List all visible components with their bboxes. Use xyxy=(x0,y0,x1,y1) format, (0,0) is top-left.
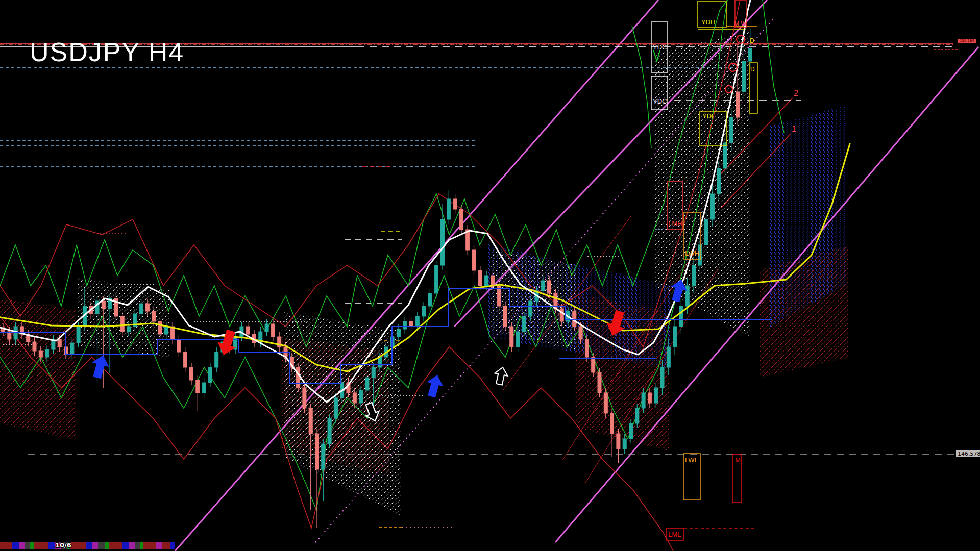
candle-body xyxy=(145,304,149,311)
candle-body xyxy=(548,281,551,293)
timeline-block xyxy=(19,542,25,549)
candle-body xyxy=(453,199,457,209)
candle-body xyxy=(415,316,419,327)
candle-body xyxy=(654,388,658,403)
m-label: M xyxy=(735,456,741,464)
candle-body xyxy=(541,281,545,291)
zigzag-green-right-2 xyxy=(763,0,784,133)
candle-body xyxy=(183,352,187,367)
candle-body xyxy=(723,143,727,168)
timeline-block xyxy=(170,542,175,549)
candle-body xyxy=(297,367,300,388)
candle-body xyxy=(409,321,413,327)
timeline-block xyxy=(48,542,55,549)
candle-body xyxy=(485,276,488,286)
candle-body xyxy=(660,367,664,388)
price-badge-resistance: 150.164 xyxy=(958,39,976,43)
candle-body xyxy=(328,418,331,444)
candle-body xyxy=(635,408,639,423)
timeline-block xyxy=(140,542,143,549)
candle-body xyxy=(604,393,607,413)
candle-body xyxy=(265,324,268,332)
date-label: 10/6 xyxy=(55,541,71,549)
timeline-block xyxy=(109,542,122,549)
candle-body xyxy=(510,327,513,347)
timeline-block xyxy=(30,542,34,549)
candle-body xyxy=(190,367,193,380)
candle-body xyxy=(472,250,476,270)
white-up-arrow xyxy=(493,366,509,386)
candle-body xyxy=(598,372,601,393)
price-badge-current: 146.578 xyxy=(956,450,980,457)
candle-body xyxy=(271,324,275,337)
annotation-text: D xyxy=(750,66,755,73)
candle-body xyxy=(692,265,696,286)
annotation-text: 1 xyxy=(792,124,796,133)
candle-body xyxy=(428,293,432,306)
candle-body xyxy=(39,351,42,357)
candle-body xyxy=(45,349,49,357)
candle-body xyxy=(685,286,689,306)
candle-body xyxy=(158,321,162,334)
candle-body xyxy=(77,327,80,343)
candle-body xyxy=(315,434,319,469)
candle-body xyxy=(177,339,181,352)
candle-body xyxy=(629,423,633,439)
timeline-block xyxy=(156,542,162,549)
timeline-block xyxy=(92,542,98,549)
candle-body xyxy=(196,380,200,393)
candle-body xyxy=(120,316,124,332)
lml-label: LML xyxy=(668,531,681,538)
candle-body xyxy=(246,327,250,334)
candle-body xyxy=(353,393,356,403)
candle-body xyxy=(459,209,463,230)
annotation-text: 2 xyxy=(794,89,798,97)
candle-body xyxy=(642,393,645,408)
chart-window: YDHYDCYDCYDLLMHLWHLWLMLMLM WDD21 USDJPY … xyxy=(0,0,980,551)
timeline-block xyxy=(98,542,105,549)
candle-body xyxy=(441,219,445,265)
timeline-block xyxy=(105,542,109,549)
candle-body xyxy=(365,378,369,390)
candle-body xyxy=(710,194,714,219)
candle-body xyxy=(378,357,382,367)
candle-body xyxy=(592,357,595,372)
annotation-text: M W xyxy=(734,20,747,28)
candle-body xyxy=(208,367,212,383)
timeline-block xyxy=(135,542,140,549)
ydc-label: YDC xyxy=(653,43,667,51)
timeline-block xyxy=(129,542,135,549)
candle-body xyxy=(102,301,105,309)
candle-body xyxy=(617,434,620,449)
candle-body xyxy=(516,332,520,347)
candle-body xyxy=(359,390,363,403)
candle-body xyxy=(397,329,400,337)
candle-body xyxy=(717,168,721,194)
candle-body xyxy=(215,352,218,367)
lmh-label: LMH xyxy=(668,220,682,228)
candle-body xyxy=(560,309,564,321)
candle-body xyxy=(127,327,131,332)
candle-body xyxy=(70,343,74,355)
candle-body xyxy=(585,339,589,357)
candle-body xyxy=(610,413,614,434)
candle-body xyxy=(33,342,36,351)
candle-body xyxy=(729,117,733,143)
candle-body xyxy=(447,199,451,219)
candle-body xyxy=(748,48,752,61)
timeline-block xyxy=(70,542,86,549)
candle-body xyxy=(434,265,438,293)
candle-body xyxy=(522,316,526,332)
price-chart-canvas[interactable]: YDHYDCYDCYDLLMHLWHLWLMLMLM WDD21 xyxy=(0,0,980,551)
candle-body xyxy=(202,383,206,393)
timeline-block xyxy=(86,542,92,549)
candle-body xyxy=(164,327,168,334)
candle-body xyxy=(139,304,143,314)
ydl-label: YDL xyxy=(702,112,715,120)
candle-body xyxy=(673,327,677,347)
candle-body xyxy=(529,301,532,316)
ydc-label: YDC xyxy=(653,97,667,105)
lwh-label: LWH xyxy=(685,249,699,257)
timeline-block xyxy=(34,542,48,549)
candle-body xyxy=(152,311,156,321)
